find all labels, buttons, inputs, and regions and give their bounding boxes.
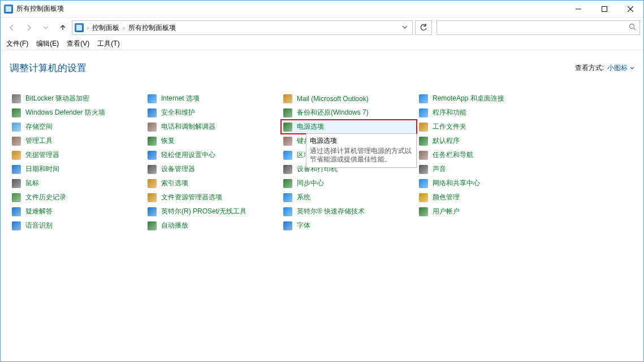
chevron-right-icon[interactable]: › [122,25,126,31]
control-panel-item-label: 同步中心 [297,178,324,188]
control-panel-item[interactable]: 鼠标 [10,176,145,190]
window-title: 所有控制面板项 [16,4,64,14]
control-panel-item-label: 用户帐户 [433,207,460,216]
control-panel-item[interactable]: 恢复 [145,134,281,148]
applet-icon [283,137,292,146]
applet-icon [12,108,21,117]
control-panel-item[interactable]: 同步中心 [281,176,417,190]
control-panel-item[interactable]: 默认程序 [417,134,552,148]
applet-icon [283,151,292,160]
control-panel-item[interactable]: 声音 [417,162,552,176]
up-button[interactable] [55,20,71,36]
applet-icon [419,207,428,216]
applet-icon [283,221,292,230]
control-panel-item-label: 英特尔(R) PROSet/无线工具 [161,207,247,216]
control-panel-item-label: 语音识别 [25,221,53,230]
forward-button[interactable] [21,20,37,36]
control-panel-item[interactable]: 用户帐户 [417,204,552,219]
applet-icon [12,193,21,202]
tooltip: 电源选项通过选择计算机管理电源的方式以节省能源或提供最佳性能。 [306,133,417,168]
applet-icon [283,193,292,202]
control-panel-item[interactable]: 设备管理器 [145,162,281,176]
applet-icon [283,165,292,174]
control-panel-item[interactable]: 文件资源管理器选项 [145,190,281,204]
control-panel-item[interactable]: 字体 [281,219,417,233]
maximize-button[interactable] [591,1,617,18]
menu-tools[interactable]: 工具(T) [97,39,119,49]
menu-edit[interactable]: 编辑(E) [36,39,59,49]
control-panel-item[interactable]: Mail (Microsoft Outlook) [281,91,417,106]
control-panel-item-label: Windows Defender 防火墙 [25,108,105,117]
control-panel-item-label: 恢复 [161,136,175,146]
applet-icon [12,137,21,146]
control-panel-item[interactable]: 存储空间 [10,120,145,134]
control-panel-item-label: 疑难解答 [25,207,53,216]
control-panel-item[interactable]: RemoteApp 和桌面连接 [417,91,552,106]
control-panel-item[interactable]: 索引选项 [145,176,281,190]
applet-icon [12,221,21,230]
control-panel-item[interactable]: 网络和共享中心 [417,176,552,190]
page-title: 调整计算机的设置 [10,62,87,75]
chevron-right-icon[interactable]: › [86,25,90,31]
breadcrumb-root[interactable]: 控制面板 [92,23,119,33]
search-icon[interactable] [629,23,636,32]
applet-icon [148,94,157,103]
control-panel-item-label: 鼠标 [25,178,39,188]
control-panel-item[interactable]: 工作文件夹 [417,120,552,134]
applet-icon [148,151,157,160]
control-panel-item[interactable]: 日期和时间 [10,162,145,176]
control-panel-item[interactable]: 管理工具 [10,134,145,148]
control-panel-item-label: BitLocker 驱动器加密 [25,94,89,103]
menu-view[interactable]: 查看(V) [67,39,89,49]
applet-icon [148,193,157,202]
control-panel-item-label: 安全和维护 [161,108,195,117]
applet-icon [419,137,428,146]
applet-icon [148,165,157,174]
control-panel-item[interactable]: 英特尔® 快速存储技术 [281,204,417,219]
svg-rect-0 [602,6,607,11]
control-panel-item[interactable]: 系统 [281,190,417,204]
control-panel-item[interactable]: BitLocker 驱动器加密 [10,91,145,106]
control-panel-item[interactable]: 凭据管理器 [10,148,145,162]
back-button[interactable] [4,20,20,36]
search-input[interactable] [436,20,640,35]
applet-icon [12,179,21,188]
control-panel-item-label: 默认程序 [433,136,460,146]
control-panel-item[interactable]: 颜色管理 [417,190,552,204]
breadcrumb-current[interactable]: 所有控制面板项 [128,23,176,33]
control-panel-item[interactable]: 英特尔(R) PROSet/无线工具 [145,204,281,219]
control-panel-item[interactable]: 轻松使用设置中心 [145,148,281,162]
address-bar[interactable]: › 控制面板 › 所有控制面板项 [72,20,413,35]
control-panel-item-label: Internet 选项 [161,94,200,103]
refresh-button[interactable] [415,20,432,35]
control-panel-item[interactable]: 备份和还原(Windows 7) [281,106,417,120]
control-panel-item[interactable]: Windows Defender 防火墙 [10,106,145,120]
applet-icon [419,108,428,117]
control-panel-item[interactable]: 文件历史记录 [10,190,145,204]
control-panel-item[interactable]: 语音识别 [10,219,145,233]
recent-locations-button[interactable] [38,20,54,36]
control-panel-item[interactable]: 程序和功能 [417,106,552,120]
applet-icon [12,165,21,174]
menu-file[interactable]: 文件(F) [6,39,28,49]
control-panel-item[interactable]: 任务栏和导航 [417,148,552,162]
control-panel-item-label: 电源选项 [297,122,324,132]
applet-icon [148,207,157,216]
control-panel-item[interactable]: Internet 选项 [145,91,281,106]
control-panel-item-label: 轻松使用设置中心 [161,150,215,160]
address-dropdown-button[interactable] [400,24,410,32]
control-panel-item-label: 任务栏和导航 [433,150,473,160]
control-panel-item[interactable]: 电话和调制解调器 [145,120,281,134]
applet-icon [283,123,292,132]
control-panel-item[interactable]: 自动播放 [145,219,281,233]
control-panel-item[interactable]: 安全和维护 [145,106,281,120]
close-button[interactable] [617,1,643,18]
navbar: › 控制面板 › 所有控制面板项 [1,18,643,38]
titlebar: 所有控制面板项 [1,1,643,18]
control-panel-item[interactable]: 疑难解答 [10,204,145,219]
control-panel-item[interactable]: 电源选项电源选项通过选择计算机管理电源的方式以节省能源或提供最佳性能。 [281,120,417,134]
minimize-button[interactable] [565,1,591,18]
view-mode-dropdown[interactable]: 小图标 [607,63,634,73]
control-panel-item-label: 文件历史记录 [25,193,66,202]
control-panel-item-label: 程序和功能 [433,108,466,117]
